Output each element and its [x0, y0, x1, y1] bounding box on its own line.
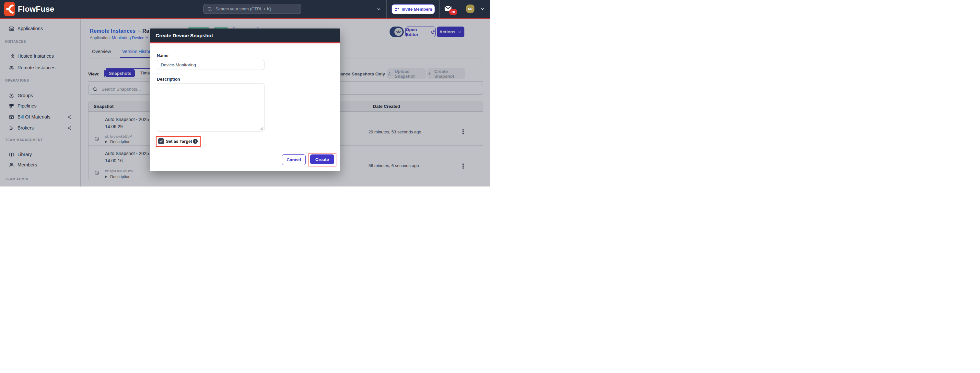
team-selector[interactable]: TEAM: Sumit-Dev [311, 0, 386, 18]
description-label: Description [157, 77, 180, 82]
set-as-target-checkbox[interactable] [158, 138, 164, 144]
notification-count-badge: 20 [449, 9, 457, 15]
user-plus-icon [394, 7, 399, 12]
dialog-header: Create Device Snapshot [150, 29, 340, 43]
dialog-title: Create Device Snapshot [156, 33, 213, 38]
set-as-target-highlight: Set as Target ? [156, 136, 200, 147]
app-title: FlowFuse [18, 5, 54, 14]
navbar-divider [439, 0, 440, 18]
invite-members-label: Invite Members [401, 7, 432, 12]
description-textarea[interactable] [157, 84, 264, 132]
user-avatar[interactable]: su [466, 5, 474, 13]
cancel-button[interactable]: Cancel [282, 154, 305, 165]
create-button-highlight: Create [309, 153, 336, 167]
team-search-input[interactable] [215, 6, 298, 12]
name-field[interactable] [157, 60, 264, 70]
notifications-button[interactable]: 20 [445, 6, 458, 16]
create-device-snapshot-dialog: Create Device Snapshot Name Description … [150, 29, 340, 171]
flowfuse-logo-icon [4, 2, 15, 16]
navbar-divider [460, 0, 460, 18]
search-icon [207, 6, 212, 12]
resize-handle-icon[interactable] [259, 127, 263, 130]
help-icon[interactable]: ? [193, 139, 198, 144]
chevron-down-icon [377, 7, 381, 11]
navbar-divider [386, 0, 387, 18]
user-menu-chevron-down-icon[interactable] [480, 7, 485, 11]
top-navbar: FlowFuse TEAM: Sumit-Dev Invite Members … [0, 0, 490, 18]
name-label: Name [157, 53, 168, 58]
invite-members-button[interactable]: Invite Members [391, 4, 435, 14]
team-search-box[interactable] [204, 4, 301, 14]
set-as-target-label: Set as Target [166, 139, 192, 144]
create-button[interactable]: Create [310, 154, 334, 164]
